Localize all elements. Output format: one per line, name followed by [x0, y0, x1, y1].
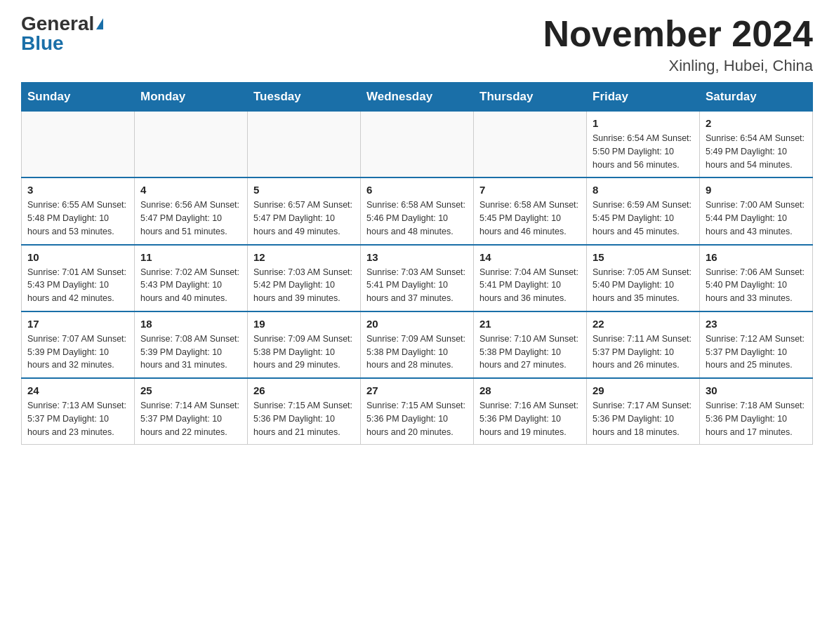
day-info: Sunrise: 7:07 AM Sunset: 5:39 PM Dayligh…	[27, 333, 128, 372]
calendar-cell	[474, 112, 587, 178]
calendar-cell: 1Sunrise: 6:54 AM Sunset: 5:50 PM Daylig…	[587, 112, 700, 178]
location: Xinling, Hubei, China	[543, 57, 813, 75]
calendar-cell	[361, 112, 474, 178]
day-of-week-header: Sunday	[22, 83, 135, 112]
day-info: Sunrise: 7:12 AM Sunset: 5:37 PM Dayligh…	[706, 333, 807, 372]
logo-blue-text: Blue	[21, 34, 64, 53]
day-info: Sunrise: 7:18 AM Sunset: 5:36 PM Dayligh…	[706, 399, 807, 438]
logo-triangle-icon	[96, 18, 103, 29]
calendar-week-row: 3Sunrise: 6:55 AM Sunset: 5:48 PM Daylig…	[22, 177, 813, 244]
calendar-cell: 7Sunrise: 6:58 AM Sunset: 5:45 PM Daylig…	[474, 177, 587, 244]
calendar-week-row: 24Sunrise: 7:13 AM Sunset: 5:37 PM Dayli…	[22, 378, 813, 445]
day-number: 5	[253, 184, 355, 196]
page-header: General Blue November 2024 Xinling, Hube…	[21, 14, 813, 75]
calendar-cell: 15Sunrise: 7:05 AM Sunset: 5:40 PM Dayli…	[587, 245, 700, 311]
day-info: Sunrise: 7:11 AM Sunset: 5:37 PM Dayligh…	[593, 333, 694, 372]
day-info: Sunrise: 7:09 AM Sunset: 5:38 PM Dayligh…	[366, 333, 468, 372]
calendar-cell: 30Sunrise: 7:18 AM Sunset: 5:36 PM Dayli…	[700, 378, 813, 445]
day-number: 18	[140, 318, 241, 330]
day-number: 19	[253, 318, 355, 330]
day-info: Sunrise: 7:03 AM Sunset: 5:42 PM Dayligh…	[253, 266, 355, 305]
day-info: Sunrise: 7:02 AM Sunset: 5:43 PM Dayligh…	[140, 266, 241, 305]
day-number: 6	[366, 184, 468, 196]
day-number: 25	[140, 384, 241, 396]
day-number: 17	[27, 318, 128, 330]
day-info: Sunrise: 7:09 AM Sunset: 5:38 PM Dayligh…	[253, 333, 355, 372]
calendar-cell: 22Sunrise: 7:11 AM Sunset: 5:37 PM Dayli…	[587, 311, 700, 378]
day-info: Sunrise: 7:03 AM Sunset: 5:41 PM Dayligh…	[366, 266, 468, 305]
day-number: 15	[593, 251, 694, 263]
day-info: Sunrise: 6:55 AM Sunset: 5:48 PM Dayligh…	[27, 199, 128, 238]
day-info: Sunrise: 6:58 AM Sunset: 5:46 PM Dayligh…	[366, 199, 468, 238]
day-number: 30	[706, 384, 807, 396]
calendar-cell	[22, 112, 135, 178]
day-number: 26	[253, 384, 355, 396]
day-info: Sunrise: 7:17 AM Sunset: 5:36 PM Dayligh…	[593, 399, 694, 438]
day-number: 27	[366, 384, 468, 396]
day-info: Sunrise: 6:54 AM Sunset: 5:49 PM Dayligh…	[706, 132, 807, 171]
calendar-cell: 24Sunrise: 7:13 AM Sunset: 5:37 PM Dayli…	[22, 378, 135, 445]
day-number: 12	[253, 251, 355, 263]
day-number: 13	[366, 251, 468, 263]
day-number: 14	[479, 251, 581, 263]
month-title: November 2024	[543, 14, 813, 54]
day-info: Sunrise: 6:59 AM Sunset: 5:45 PM Dayligh…	[593, 199, 694, 238]
day-number: 7	[479, 184, 581, 196]
day-info: Sunrise: 7:15 AM Sunset: 5:36 PM Dayligh…	[253, 399, 355, 438]
calendar-week-row: 10Sunrise: 7:01 AM Sunset: 5:43 PM Dayli…	[22, 245, 813, 311]
calendar-cell: 12Sunrise: 7:03 AM Sunset: 5:42 PM Dayli…	[248, 245, 361, 311]
day-number: 10	[27, 251, 128, 263]
day-number: 4	[140, 184, 241, 196]
day-info: Sunrise: 7:05 AM Sunset: 5:40 PM Dayligh…	[593, 266, 694, 305]
day-number: 29	[593, 384, 694, 396]
logo: General Blue	[21, 14, 103, 53]
calendar-cell	[248, 112, 361, 178]
calendar-cell: 19Sunrise: 7:09 AM Sunset: 5:38 PM Dayli…	[248, 311, 361, 378]
day-of-week-header: Monday	[135, 83, 248, 112]
day-number: 16	[706, 251, 807, 263]
calendar-header-row: SundayMondayTuesdayWednesdayThursdayFrid…	[22, 83, 813, 112]
calendar-cell: 16Sunrise: 7:06 AM Sunset: 5:40 PM Dayli…	[700, 245, 813, 311]
day-number: 11	[140, 251, 241, 263]
day-number: 21	[479, 318, 581, 330]
day-info: Sunrise: 7:00 AM Sunset: 5:44 PM Dayligh…	[706, 199, 807, 238]
calendar-cell: 27Sunrise: 7:15 AM Sunset: 5:36 PM Dayli…	[361, 378, 474, 445]
calendar-week-row: 1Sunrise: 6:54 AM Sunset: 5:50 PM Daylig…	[22, 112, 813, 178]
calendar-cell: 17Sunrise: 7:07 AM Sunset: 5:39 PM Dayli…	[22, 311, 135, 378]
calendar-cell: 26Sunrise: 7:15 AM Sunset: 5:36 PM Dayli…	[248, 378, 361, 445]
day-info: Sunrise: 7:08 AM Sunset: 5:39 PM Dayligh…	[140, 333, 241, 372]
calendar-cell: 11Sunrise: 7:02 AM Sunset: 5:43 PM Dayli…	[135, 245, 248, 311]
day-number: 24	[27, 384, 128, 396]
day-number: 8	[593, 184, 694, 196]
day-number: 1	[593, 117, 694, 129]
calendar-week-row: 17Sunrise: 7:07 AM Sunset: 5:39 PM Dayli…	[22, 311, 813, 378]
calendar-cell: 10Sunrise: 7:01 AM Sunset: 5:43 PM Dayli…	[22, 245, 135, 311]
day-number: 3	[27, 184, 128, 196]
day-info: Sunrise: 6:54 AM Sunset: 5:50 PM Dayligh…	[593, 132, 694, 171]
day-info: Sunrise: 7:04 AM Sunset: 5:41 PM Dayligh…	[479, 266, 581, 305]
calendar-cell: 21Sunrise: 7:10 AM Sunset: 5:38 PM Dayli…	[474, 311, 587, 378]
calendar-cell: 3Sunrise: 6:55 AM Sunset: 5:48 PM Daylig…	[22, 177, 135, 244]
title-block: November 2024 Xinling, Hubei, China	[543, 14, 813, 75]
calendar-cell: 4Sunrise: 6:56 AM Sunset: 5:47 PM Daylig…	[135, 177, 248, 244]
day-info: Sunrise: 7:01 AM Sunset: 5:43 PM Dayligh…	[27, 266, 128, 305]
calendar-cell: 8Sunrise: 6:59 AM Sunset: 5:45 PM Daylig…	[587, 177, 700, 244]
day-number: 22	[593, 318, 694, 330]
day-number: 28	[479, 384, 581, 396]
day-of-week-header: Tuesday	[248, 83, 361, 112]
day-number: 23	[706, 318, 807, 330]
calendar-cell: 28Sunrise: 7:16 AM Sunset: 5:36 PM Dayli…	[474, 378, 587, 445]
calendar-cell: 2Sunrise: 6:54 AM Sunset: 5:49 PM Daylig…	[700, 112, 813, 178]
calendar-cell: 20Sunrise: 7:09 AM Sunset: 5:38 PM Dayli…	[361, 311, 474, 378]
calendar-cell: 14Sunrise: 7:04 AM Sunset: 5:41 PM Dayli…	[474, 245, 587, 311]
calendar-cell: 5Sunrise: 6:57 AM Sunset: 5:47 PM Daylig…	[248, 177, 361, 244]
day-info: Sunrise: 7:16 AM Sunset: 5:36 PM Dayligh…	[479, 399, 581, 438]
day-of-week-header: Wednesday	[361, 83, 474, 112]
day-info: Sunrise: 7:10 AM Sunset: 5:38 PM Dayligh…	[479, 333, 581, 372]
calendar-cell: 25Sunrise: 7:14 AM Sunset: 5:37 PM Dayli…	[135, 378, 248, 445]
calendar-cell: 29Sunrise: 7:17 AM Sunset: 5:36 PM Dayli…	[587, 378, 700, 445]
day-info: Sunrise: 6:58 AM Sunset: 5:45 PM Dayligh…	[479, 199, 581, 238]
day-of-week-header: Saturday	[700, 83, 813, 112]
day-number: 9	[706, 184, 807, 196]
day-of-week-header: Thursday	[474, 83, 587, 112]
